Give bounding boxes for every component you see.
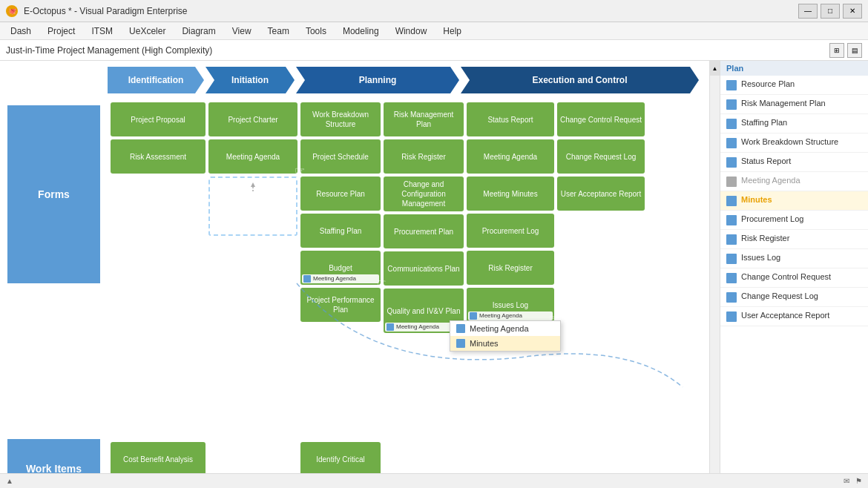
menu-team[interactable]: Team [260, 24, 297, 38]
work-items-col-plan1: Identify Critical [300, 442, 381, 478]
rp-procurement-label: Procurement Log [741, 214, 803, 223]
menu-view[interactable]: View [225, 24, 259, 38]
right-panel-item-issues-log[interactable]: Issues Log [720, 249, 868, 268]
doc-identify-critical[interactable]: Identify Critical [300, 442, 381, 476]
context-menu[interactable]: Meeting Agenda Minutes [450, 320, 561, 352]
window-controls: — □ ✕ [798, 4, 862, 19]
context-menu-item-meeting-agenda[interactable]: Meeting Agenda [450, 321, 560, 336]
right-panel-item-status-report[interactable]: Status Report [720, 153, 868, 172]
doc-cost-benefit[interactable]: Cost Benefit Analysis [111, 442, 206, 476]
rp-issues-icon [726, 254, 737, 264]
rp-risk-mgmt-icon [726, 99, 737, 110]
doc-risk-register-exec[interactable]: Risk Register [467, 251, 554, 285]
right-panel-item-risk-mgmt-plan[interactable]: Risk Management Plan [720, 95, 868, 114]
right-panel-item-risk-register[interactable]: Risk Register [720, 230, 868, 249]
rp-resource-plan-label: Resource Plan [741, 79, 795, 88]
doc-meeting-minutes[interactable]: Meeting Minutes [467, 177, 554, 211]
scroll-up-button[interactable]: ▲ [710, 61, 720, 76]
issues-agenda-text: Meeting Agenda [479, 312, 522, 320]
status-left: ▲ [6, 477, 13, 485]
rp-agenda-label: Meeting Agenda [741, 176, 800, 185]
planning-column-1: Work Breakdown Structure Project Schedul… [300, 102, 381, 464]
menu-dash[interactable]: Dash [3, 24, 39, 38]
doc-change-control-request[interactable]: Change Control Request [557, 102, 645, 136]
right-panel: Plan Resource Plan Risk Management Plan … [720, 61, 868, 488]
right-panel-item-staffing-plan[interactable]: Staffing Plan [720, 114, 868, 133]
right-panel-item-resource-plan[interactable]: Resource Plan [720, 76, 868, 95]
menu-bar: Dash Project ITSM UeXceler Diagram View … [0, 22, 868, 40]
work-items-section-label: Work Items [7, 439, 100, 478]
status-flag-icon[interactable]: ⚑ [855, 477, 862, 485]
doc-procurement-log[interactable]: Procurement Log [467, 214, 554, 248]
right-panel-item-change-control[interactable]: Change Control Request [720, 268, 868, 288]
vertical-scrollbar[interactable]: ▲ ▼ [709, 61, 720, 488]
phase-planning: Planning [296, 67, 459, 93]
doc-risk-register-plan[interactable]: Risk Register [384, 139, 464, 174]
breadcrumb-icon-2[interactable]: ▤ [847, 43, 862, 58]
breadcrumb-icon-1[interactable]: ⊞ [829, 43, 844, 58]
menu-itsm[interactable]: ITSM [84, 24, 120, 38]
menu-diagram[interactable]: Diagram [174, 24, 223, 38]
rp-resource-plan-icon [726, 80, 737, 90]
doc-staffing-plan[interactable]: Staffing Plan [300, 214, 381, 248]
doc-risk-mgmt-plan[interactable]: Risk Management Plan [384, 102, 464, 136]
minimize-button[interactable]: — [798, 4, 818, 19]
phase-identification: Identification [108, 67, 204, 93]
quality-agenda-icon [387, 323, 394, 331]
menu-modeling[interactable]: Modeling [335, 24, 387, 38]
rp-change-control-icon [726, 273, 737, 283]
doc-meeting-agenda-init[interactable]: Meeting Agenda ☞ [208, 139, 297, 174]
rp-risk-register-label: Risk Register [741, 234, 789, 243]
doc-communications-plan[interactable]: Communications Plan [384, 251, 464, 286]
rp-change-req-icon [726, 292, 737, 303]
work-items-col-init [208, 442, 297, 478]
doc-change-request-log[interactable]: Change Request Log [557, 139, 645, 174]
right-panel-item-procurement-log[interactable]: Procurement Log [720, 211, 868, 230]
rp-user-acc-label: User Acceptance Report [741, 311, 829, 320]
menu-uexceler[interactable]: UeXceler [122, 24, 173, 38]
diagram-canvas: Identification Initiation Planning Execu… [0, 61, 709, 478]
breadcrumb-bar: Just-in-Time Project Management (High Co… [0, 40, 868, 61]
budget-agenda-icon [303, 275, 311, 283]
doc-user-acceptance-report[interactable]: User Acceptance Report [557, 177, 645, 211]
right-panel-item-user-acceptance[interactable]: User Acceptance Report [720, 307, 868, 326]
context-minutes-icon [456, 339, 465, 348]
menu-tools[interactable]: Tools [298, 24, 334, 38]
close-button[interactable]: ✕ [843, 4, 862, 19]
doc-project-charter[interactable]: Project Charter [208, 102, 297, 136]
context-menu-item-minutes[interactable]: Minutes [450, 336, 560, 351]
doc-project-schedule[interactable]: Project Schedule [300, 139, 381, 174]
doc-change-config-mgmt[interactable]: Change and Configuration Management [384, 177, 464, 211]
breadcrumb: Just-in-Time Project Management (High Co… [6, 45, 212, 56]
doc-project-performance-plan[interactable]: Project Performance Plan [300, 288, 381, 322]
right-panel-item-minutes[interactable]: Minutes [720, 191, 868, 211]
rp-risk-register-icon [726, 234, 737, 245]
status-email-icon[interactable]: ✉ [844, 477, 849, 485]
doc-meeting-agenda-exec[interactable]: Meeting Agenda [467, 139, 554, 174]
planning-column-2: Risk Management Plan Risk Register Chang… [384, 102, 464, 464]
right-panel-item-change-request-log[interactable]: Change Request Log [720, 288, 868, 307]
doc-budget[interactable]: Budget Meeting Agenda ☞ [300, 251, 381, 285]
quality-agenda-text: Meeting Agenda [396, 323, 439, 331]
doc-status-report[interactable]: Status Report [467, 102, 554, 136]
doc-resource-plan[interactable]: Resource Plan [300, 177, 381, 211]
identification-column: Project Proposal Risk Assessment [111, 102, 206, 464]
doc-risk-assessment[interactable]: Risk Assessment [111, 139, 206, 174]
rp-status-icon [726, 157, 737, 168]
rp-risk-mgmt-label: Risk Management Plan [741, 99, 826, 108]
right-panel-item-meeting-agenda[interactable]: Meeting Agenda [720, 172, 868, 191]
maximize-button[interactable]: □ [821, 4, 840, 19]
right-panel-item-wbs[interactable]: Work Breakdown Structure [720, 133, 868, 153]
doc-issues-log[interactable]: Issues Log Meeting Agenda ☞ [467, 288, 554, 322]
phase-headers: Identification Initiation Planning Execu… [108, 67, 699, 93]
menu-project[interactable]: Project [40, 24, 82, 38]
doc-project-proposal[interactable]: Project Proposal [111, 102, 206, 136]
menu-help[interactable]: Help [435, 24, 469, 38]
doc-wbs[interactable]: Work Breakdown Structure [300, 102, 381, 136]
budget-agenda-text: Meeting Agenda [313, 275, 356, 283]
rp-wbs-icon [726, 138, 737, 148]
doc-procurement-plan[interactable]: Procurement Plan [384, 214, 464, 248]
title-bar-text: E-Octopus * - Visual Paradigm Enterprise [24, 6, 188, 16]
rp-user-acc-icon [726, 311, 737, 322]
menu-window[interactable]: Window [388, 24, 435, 38]
